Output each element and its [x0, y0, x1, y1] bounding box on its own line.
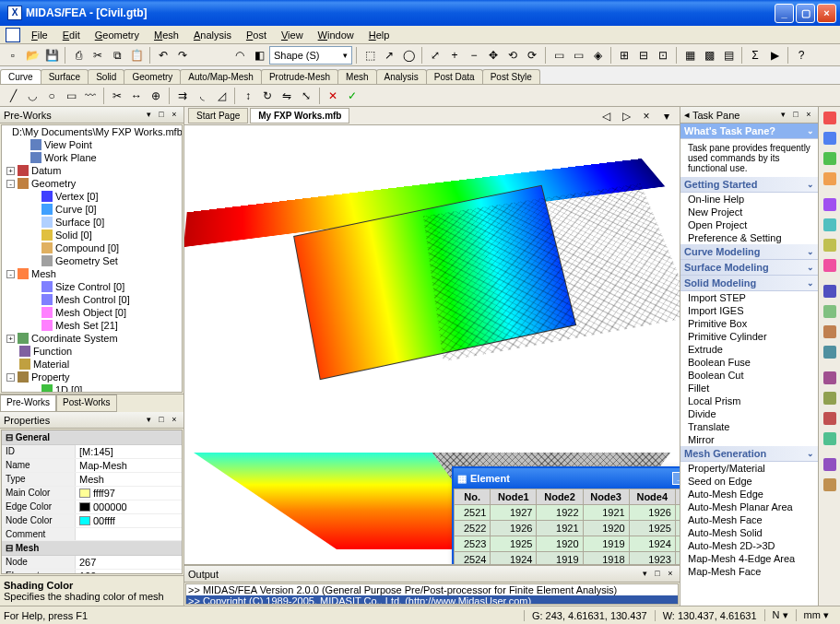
task-item[interactable]: Primitive Cylinder [680, 330, 818, 343]
model-tree[interactable]: D:\My Documents\My FXP Works.mfbView Poi… [1, 124, 183, 393]
task-section-title[interactable]: Solid Modeling⌄ [680, 276, 818, 291]
arc-icon[interactable]: ◡ [23, 87, 41, 105]
props-section[interactable]: ⊟ Mesh [2, 541, 182, 556]
refresh-icon[interactable]: ⟳ [523, 46, 541, 65]
task-item[interactable]: Extrude [680, 343, 818, 356]
tree-item[interactable]: Curve [0] [2, 203, 182, 216]
run-icon[interactable]: ▶ [765, 46, 784, 65]
output-dropdown-icon[interactable]: ▾ [639, 569, 650, 580]
element-row[interactable]: 252419241919191819232781 [455, 552, 680, 565]
pan-icon[interactable]: ✥ [484, 46, 503, 65]
menu-view[interactable]: View [274, 28, 311, 42]
props-section[interactable]: ⊟ General [2, 430, 182, 445]
task-item[interactable]: Map-Mesh Face [680, 565, 818, 578]
tab-prev-icon[interactable]: ◁ [597, 107, 615, 125]
element-window-titlebar[interactable]: ▦ Element _ □ × [454, 468, 680, 489]
right-tool-2[interactable] [821, 149, 839, 168]
rect-icon[interactable]: ▭ [62, 87, 80, 105]
doc-tab[interactable]: My FXP Works.mfb [250, 108, 349, 124]
tree-item[interactable]: Compound [0] [2, 241, 182, 254]
element-header[interactable]: Node1 [491, 489, 537, 505]
lasso-icon[interactable]: ◯ [399, 46, 418, 65]
task-item[interactable]: Auto-Mesh Solid [680, 526, 818, 539]
element-row[interactable]: 252219261921192019252786 [455, 521, 680, 536]
output-pin-icon[interactable]: □ [652, 569, 663, 580]
scale-icon[interactable]: ⤡ [297, 87, 315, 105]
task-item[interactable]: Map-Mesh 4-Edge Area [680, 552, 818, 565]
status-unit[interactable]: mm ▾ [796, 609, 836, 621]
tab-close-icon[interactable]: × [637, 107, 656, 125]
right-tool-13[interactable] [821, 389, 839, 407]
props-row[interactable]: Element160 [2, 570, 182, 574]
panel-close-icon[interactable]: × [169, 110, 180, 121]
mesh3-icon[interactable]: ▤ [719, 46, 738, 65]
mesh1-icon[interactable]: ▦ [680, 46, 699, 65]
props-close-icon[interactable]: × [169, 415, 180, 426]
task-item[interactable]: Auto-Mesh Face [680, 513, 818, 526]
tree-item[interactable]: Size Control [0] [2, 280, 182, 293]
task-item[interactable]: Primitive Box [680, 317, 818, 330]
menu-geometry[interactable]: Geometry [88, 28, 147, 42]
zoom-out-icon[interactable]: − [465, 46, 483, 65]
right-tool-15[interactable] [821, 430, 839, 448]
ribbon-tab-post-data[interactable]: Post Data [426, 69, 483, 84]
paste-icon[interactable]: 📋 [127, 46, 146, 65]
tree-item[interactable]: D:\My Documents\My FXP Works.mfb [2, 125, 182, 138]
task-item[interactable]: Auto-Mesh Planar Area [680, 500, 818, 513]
task-item[interactable]: Import STEP [680, 291, 818, 304]
panel-pin-icon[interactable]: □ [156, 110, 167, 121]
ribbon-tab-post-style[interactable]: Post Style [482, 69, 540, 84]
trim-icon[interactable]: ✂ [108, 87, 126, 105]
task-item[interactable]: Property/Material [680, 462, 818, 475]
view-top-icon[interactable]: ▭ [569, 46, 587, 65]
chamfer-icon[interactable]: ◿ [212, 87, 231, 105]
maximize-button[interactable]: ▢ [796, 4, 815, 23]
props-row[interactable]: Comment [2, 528, 182, 541]
element-row[interactable]: 252319251920191919242783 [455, 536, 680, 552]
task-item[interactable]: Auto-Mesh Edge [680, 488, 818, 500]
right-tool-1[interactable] [821, 129, 839, 147]
select-icon[interactable]: ⬚ [361, 46, 379, 65]
print-icon[interactable]: ⎙ [69, 46, 88, 65]
ribbon-tab-surface[interactable]: Surface [41, 69, 89, 84]
element-header[interactable]: No. [455, 489, 491, 505]
mirror-icon[interactable]: ⇋ [278, 87, 296, 105]
props-row[interactable]: NameMap-Mesh [2, 459, 182, 473]
view-iso-icon[interactable]: ◈ [588, 46, 607, 65]
task-section-title[interactable]: Curve Modeling⌄ [680, 244, 818, 260]
task-item[interactable]: Boolean Cut [680, 369, 818, 382]
menu-analysis[interactable]: Analysis [186, 28, 239, 42]
task-section-title[interactable]: What's Task Pane?⌄ [680, 124, 818, 139]
tree-item[interactable]: Solid [0] [2, 229, 182, 241]
viewport-3d[interactable]: ▦ Element _ □ × No.Node1Node2Node3Node4N… [184, 125, 680, 564]
right-tool-14[interactable] [821, 409, 839, 428]
task-item[interactable]: Divide [680, 407, 818, 420]
tree-item[interactable]: Surface [0] [2, 216, 182, 229]
element-window[interactable]: ▦ Element _ □ × No.Node1Node2Node3Node4N… [452, 466, 680, 564]
right-tool-7[interactable] [821, 256, 839, 275]
tab-next-icon[interactable]: ▷ [617, 107, 635, 125]
element-row[interactable]: 252119271922192119262787 [455, 505, 680, 521]
curve-tool-icon[interactable]: ◠ [231, 46, 249, 65]
new-icon[interactable]: ▫ [4, 46, 22, 65]
spline-icon[interactable]: 〰 [81, 87, 100, 105]
circle-icon[interactable]: ○ [42, 87, 61, 105]
ribbon-tab-geometry[interactable]: Geometry [124, 69, 181, 84]
output-body[interactable]: >> MIDAS/FEA Version 2.0.0 (General Purp… [185, 583, 679, 605]
right-tool-0[interactable] [821, 109, 839, 127]
close-button[interactable]: × [817, 4, 836, 23]
task-item[interactable]: Fillet [680, 382, 818, 394]
ribbon-tab-curve[interactable]: Curve [0, 69, 41, 84]
menu-edit[interactable]: Edit [55, 28, 88, 42]
task-item[interactable]: On-line Help [680, 193, 818, 206]
tree-item[interactable]: Mesh Control [0] [2, 293, 182, 306]
grid-icon[interactable]: ⊞ [615, 46, 633, 65]
props-dropdown-icon[interactable]: ▾ [143, 415, 154, 426]
right-tool-6[interactable] [821, 236, 839, 254]
menu-post[interactable]: Post [239, 28, 274, 42]
right-tool-8[interactable] [821, 282, 839, 300]
calc-icon[interactable]: Σ [746, 46, 764, 65]
ribbon-tab-mesh[interactable]: Mesh [337, 69, 376, 84]
tree-item[interactable]: Material [2, 358, 182, 371]
tree-item[interactable]: Mesh Set [21] [2, 319, 182, 332]
